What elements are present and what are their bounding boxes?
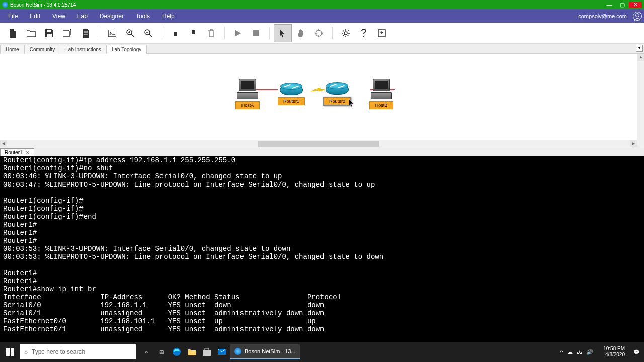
title-bar: Boson NetSim - 13.4.0.25714 — ▢ ✕ xyxy=(0,0,644,9)
stop-button[interactable] xyxy=(247,24,265,42)
app-label: Boson NetSim - 13... xyxy=(245,348,296,354)
store-icon[interactable] xyxy=(199,342,214,362)
taskbar-app-netsim[interactable]: Boson NetSim - 13... xyxy=(230,344,300,359)
windows-taskbar: ⌕ Type here to search ○ ⊞ Boson NetSim -… xyxy=(0,342,644,362)
svg-rect-0 xyxy=(47,30,51,32)
menu-designer[interactable]: Designer xyxy=(94,9,130,23)
exit-button[interactable] xyxy=(373,24,391,42)
help-button[interactable] xyxy=(355,24,373,42)
menu-edit[interactable]: Edit xyxy=(24,9,46,23)
expand-button[interactable]: ▾ xyxy=(636,45,643,52)
device-label: HostB xyxy=(369,101,393,109)
svg-rect-10 xyxy=(203,350,211,356)
toolbar xyxy=(0,23,644,44)
menu-lab[interactable]: Lab xyxy=(71,9,94,23)
settings-button[interactable] xyxy=(337,24,355,42)
tab-home[interactable]: Home xyxy=(0,45,25,54)
device-router2[interactable]: Router2 xyxy=(323,82,351,106)
topology-diagram: HostA Router1 Router2 HostB xyxy=(226,79,403,109)
router-icon xyxy=(280,83,303,95)
user-icon[interactable] xyxy=(633,12,642,21)
hand-tool-button[interactable] xyxy=(292,24,310,42)
explorer-icon[interactable] xyxy=(184,342,199,362)
taskbar-clock[interactable]: 10:58 PM 4/8/2020 xyxy=(599,346,629,358)
router-icon xyxy=(326,82,349,95)
search-placeholder: Type here to search xyxy=(32,348,85,355)
open-folder-button[interactable] xyxy=(22,24,40,42)
zoom-out-button[interactable] xyxy=(139,24,157,42)
tab-lab-topology[interactable]: Lab Topology xyxy=(106,45,147,54)
tray-volume-icon[interactable]: 🔊 xyxy=(586,349,593,355)
save-button[interactable] xyxy=(40,24,58,42)
app-icon xyxy=(234,348,242,355)
zoom-in-button[interactable] xyxy=(121,24,139,42)
console-tab-bar: Router1 ✕ xyxy=(0,147,644,156)
menu-tools[interactable]: Tools xyxy=(130,9,156,23)
system-tray[interactable]: ^ ☁ 🖧 🔊 xyxy=(554,349,599,355)
tray-network-icon[interactable]: 🖧 xyxy=(577,349,582,355)
console-tab-router1[interactable]: Router1 ✕ xyxy=(0,148,34,156)
svg-point-7 xyxy=(344,32,347,35)
tray-onedrive-icon[interactable]: ☁ xyxy=(567,349,573,355)
play-button[interactable] xyxy=(229,24,247,42)
minimize-button[interactable]: — xyxy=(603,2,616,8)
horizontal-scrollbar[interactable]: ◀▶ xyxy=(0,140,637,147)
topology-canvas[interactable]: HostA Router1 Router2 HostB ▲ ◀▶ xyxy=(0,54,644,147)
taskbar-search[interactable]: ⌕ Type here to search xyxy=(20,344,136,359)
target-tool-button[interactable] xyxy=(310,24,328,42)
svg-rect-1 xyxy=(47,34,52,37)
console-tab-label: Router1 xyxy=(5,150,23,155)
notifications-icon[interactable]: 💬 xyxy=(629,342,644,362)
host-icon xyxy=(371,79,392,99)
menu-bar: File Edit View Lab Designer Tools Help c… xyxy=(0,9,644,23)
tab-community[interactable]: Community xyxy=(24,45,61,54)
close-button[interactable]: ✕ xyxy=(629,2,642,8)
pointer-tool-button[interactable] xyxy=(274,24,292,42)
svg-rect-5 xyxy=(253,30,259,36)
device-label: Router2 xyxy=(323,97,351,106)
document-button[interactable] xyxy=(76,24,95,42)
vertical-scrollbar[interactable]: ▲ xyxy=(637,54,644,147)
align-bottom-button[interactable] xyxy=(184,24,202,42)
host-icon xyxy=(237,79,258,99)
new-file-button[interactable] xyxy=(4,24,22,42)
device-router1[interactable]: Router1 xyxy=(278,83,305,105)
clock-date: 4/8/2020 xyxy=(603,352,625,358)
device-label: HostA xyxy=(235,101,260,109)
menu-file[interactable]: File xyxy=(2,9,24,23)
clock-time: 10:58 PM xyxy=(603,346,625,352)
device-hosta[interactable]: HostA xyxy=(235,79,260,109)
app-icon xyxy=(2,2,8,8)
tab-bar: Home Community Lab Instructions Lab Topo… xyxy=(0,44,644,54)
device-hostb[interactable]: HostB xyxy=(369,79,393,109)
edge-icon[interactable] xyxy=(169,342,184,362)
console-button[interactable] xyxy=(103,24,121,42)
mail-icon[interactable] xyxy=(214,342,229,362)
start-button[interactable] xyxy=(0,342,20,362)
user-email[interactable]: compsolv@me.com xyxy=(578,13,631,19)
cortana-icon[interactable]: ○ xyxy=(139,342,154,362)
console-output[interactable]: Router1(config-if)#ip address 192.168.1.… xyxy=(0,156,644,342)
svg-rect-2 xyxy=(108,30,116,37)
close-tab-icon[interactable]: ✕ xyxy=(26,150,30,155)
app-title: Boson NetSim - 13.4.0.25714 xyxy=(10,2,76,8)
delete-button[interactable] xyxy=(202,24,220,42)
tab-lab-instructions[interactable]: Lab Instructions xyxy=(60,45,107,54)
menu-view[interactable]: View xyxy=(46,9,71,23)
search-icon: ⌕ xyxy=(24,348,28,355)
task-view-icon[interactable]: ⊞ xyxy=(154,342,169,362)
save-all-button[interactable] xyxy=(58,24,76,42)
maximize-button[interactable]: ▢ xyxy=(616,2,629,8)
device-label: Router1 xyxy=(278,97,305,105)
tray-chevron-icon[interactable]: ^ xyxy=(560,349,563,355)
menu-help[interactable]: Help xyxy=(156,9,181,23)
align-top-button[interactable] xyxy=(166,24,184,42)
